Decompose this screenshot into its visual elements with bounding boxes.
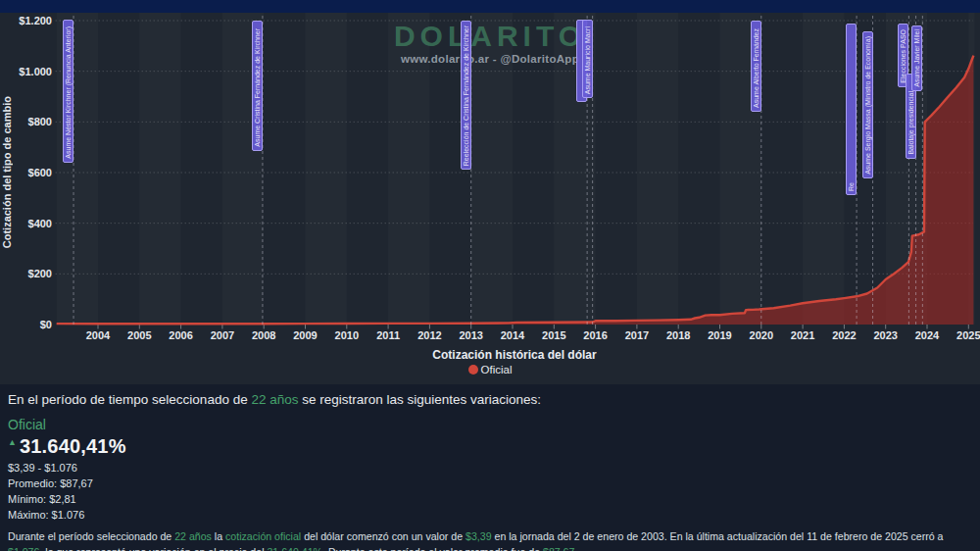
highlighted-text: 22 años (174, 530, 212, 542)
event-annotation-label: Balotaje presidencial (906, 88, 915, 158)
x-tick-label: 2021 (791, 329, 814, 341)
highlighted-text: $1.076 (8, 546, 39, 551)
highlighted-text: cotización oficial (225, 530, 301, 542)
y-tick-label: $800 (28, 116, 52, 127)
event-annotation: Asume Alberto Fernández (751, 21, 761, 112)
highlighted-text: $87,67 (543, 546, 574, 551)
event-annotation: Asume Néstor Kirchner (Renuncia Anterior… (63, 20, 74, 163)
minimum-value: Mínimo: $2,81 (8, 494, 976, 505)
y-axis-title: Cotización del tipo de cambio (1, 21, 13, 325)
plain-text: . Durante este período el valor promedio… (322, 546, 543, 551)
event-annotation-label: Reelección de Cristina Fernández de Kirc… (462, 23, 470, 169)
highlighted-text: 31.640,41% (267, 546, 322, 551)
event-annotation-label: Asume Cristina Fernández de Kirchner (253, 25, 262, 150)
event-annotation-occluded: Re (846, 24, 857, 195)
y-tick-label: $600 (28, 167, 52, 178)
x-tick-label: 2018 (666, 329, 690, 341)
legend-series-label: Oficial (481, 364, 513, 376)
x-tick-label: 2017 (625, 329, 649, 341)
x-tick-label: 2008 (252, 329, 275, 341)
event-annotation-label: Asume Néstor Kirchner (Renuncia Anterior… (64, 24, 73, 162)
up-triangle-icon: ▲ (8, 437, 17, 447)
plain-text: la (212, 530, 225, 542)
y-tick-label: $400 (28, 218, 52, 229)
y-tick-label: $1.000 (19, 66, 52, 77)
year-band (139, 13, 180, 325)
x-tick-label: 2014 (501, 329, 525, 341)
plain-text: . (574, 546, 577, 551)
year-band (471, 13, 513, 325)
legend-item-oficial[interactable]: Oficial (468, 364, 513, 376)
year-band (306, 13, 347, 325)
dolarito-historical-dollar-page: { "colors": { "page_bg": "#151c2a", "cha… (0, 0, 980, 551)
x-tick-label: 2023 (873, 329, 897, 341)
event-annotation: Asume Sergio Massa (Ministro de Economía… (862, 31, 873, 178)
x-tick-label: 2011 (376, 329, 400, 341)
highlighted-text: 22 años (251, 392, 298, 407)
x-tick-label: 2007 (211, 329, 234, 341)
x-tick-label: 2013 (459, 329, 482, 341)
summary-footnote: Durante el período seleccionado de 22 añ… (8, 529, 976, 551)
x-tick-label: 2024 (915, 329, 940, 341)
y-tick-label: $0 (40, 319, 52, 330)
plain-text: del dólar comenzó con un valor de (301, 530, 466, 542)
variation-row: ▲ 31.640,41% (8, 435, 976, 458)
event-annotation-label: Asume Mauricio Macri (583, 24, 592, 97)
event-annotation-label: Asume Sergio Massa (Ministro de Economía… (863, 33, 872, 177)
event-annotation: Asume Cristina Fernández de Kirchner (252, 21, 263, 151)
highlighted-text: $3,39 (466, 530, 492, 542)
event-annotation: Asume Javier Milei (911, 25, 922, 91)
plain-text: , lo que representó una variación en el … (39, 546, 267, 551)
summary-section: En el período de tiempo seleccionado de … (8, 392, 976, 551)
x-tick-label: 2019 (708, 329, 731, 341)
event-annotation-label: Asume Javier Milei (912, 26, 921, 90)
maximum-value: Máximo: $1.076 (8, 510, 976, 521)
chart-canvas: $0$200$400$600$800$1.000$1.2002004200520… (0, 0, 980, 384)
average-value: Promedio: $87,67 (8, 478, 976, 489)
plain-text: Durante el período seleccionado de (8, 530, 174, 542)
x-tick-label: 2025 (956, 329, 980, 341)
year-band (803, 13, 844, 325)
event-annotation: Asume Mauricio Macri (582, 20, 593, 98)
event-annotation-label: Re (847, 179, 856, 194)
plain-text: se registraron las siguientes variacione… (298, 392, 541, 407)
x-tick-label: 2016 (583, 329, 607, 341)
event-annotation-label: Asume Alberto Fernández (752, 25, 760, 111)
x-tick-label: 2005 (127, 329, 151, 341)
x-tick-label: 2012 (417, 329, 441, 341)
summary-intro: En el período de tiempo seleccionado de … (8, 392, 976, 407)
x-tick-label: 2009 (293, 329, 317, 341)
year-band (637, 13, 678, 325)
chart-legend: Oficial (0, 364, 980, 376)
year-band (388, 13, 429, 325)
x-tick-label: 2010 (335, 329, 359, 341)
variation-percent: 31.640,41% (20, 435, 126, 458)
x-tick-label: 2020 (750, 329, 773, 341)
x-tick-label: 2015 (542, 329, 565, 341)
chart-title: Cotización histórica del dólar (56, 348, 973, 362)
x-tick-label: 2004 (86, 329, 111, 341)
plain-text: En el período de tiempo seleccionado de (8, 392, 251, 407)
x-tick-label: 2006 (169, 329, 192, 341)
price-range: $3,39 - $1.076 (8, 463, 976, 474)
y-tick-label: $200 (28, 268, 52, 279)
y-tick-label: $1.200 (19, 15, 52, 26)
plain-text: en la jornada del 2 de enero de 2003. En… (492, 530, 944, 542)
event-annotation: Reelección de Cristina Fernández de Kirc… (461, 21, 471, 170)
series-name: Oficial (8, 417, 976, 432)
x-tick-label: 2022 (832, 329, 856, 341)
y-axis-title-text: Cotización del tipo de cambio (1, 96, 13, 248)
legend-series-dot-icon (468, 365, 478, 375)
